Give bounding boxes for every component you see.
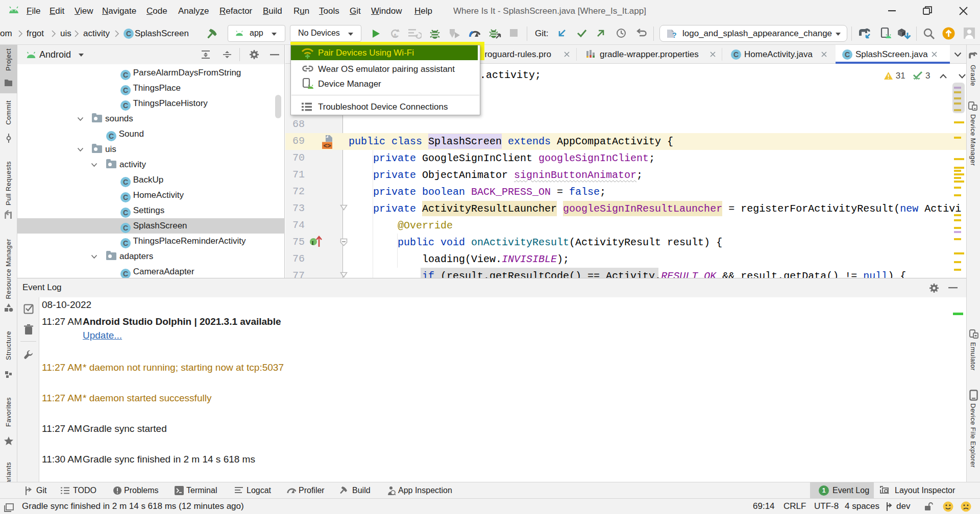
svg-text:<>: <> xyxy=(324,142,332,149)
svg-text:A: A xyxy=(393,33,397,39)
svg-text:?: ? xyxy=(672,31,677,39)
